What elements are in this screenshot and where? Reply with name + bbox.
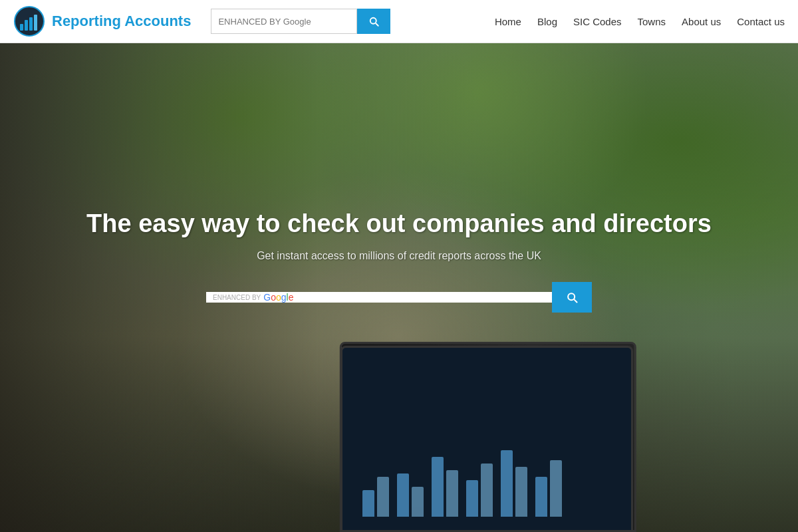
logo-link[interactable]: Reporting Accounts bbox=[13, 5, 191, 37]
nav-about-us[interactable]: About us bbox=[682, 16, 721, 27]
header: Reporting Accounts Home Blog SIC Codes T… bbox=[0, 0, 798, 43]
nav-towns[interactable]: Towns bbox=[638, 16, 666, 27]
hero-overlay: The easy way to check out companies and … bbox=[0, 43, 798, 532]
hero-search-container: ENHANCED BY Google bbox=[206, 282, 592, 313]
search-icon bbox=[565, 291, 579, 304]
svg-rect-1 bbox=[20, 24, 23, 31]
logo-text: Reporting Accounts bbox=[52, 13, 191, 30]
svg-rect-4 bbox=[34, 15, 37, 31]
hero-section: The easy way to check out companies and … bbox=[0, 43, 798, 532]
header-search-input[interactable] bbox=[211, 9, 357, 34]
svg-rect-2 bbox=[25, 20, 28, 31]
hero-subtitle: Get instant access to millions of credit… bbox=[257, 250, 541, 262]
hero-search-button[interactable] bbox=[552, 282, 592, 313]
header-search-button[interactable] bbox=[357, 9, 390, 34]
hero-search-input-wrapper: ENHANCED BY Google bbox=[206, 292, 552, 303]
search-icon bbox=[368, 15, 380, 27]
nav-blog[interactable]: Blog bbox=[537, 16, 557, 27]
nav-contact-us[interactable]: Contact us bbox=[737, 16, 785, 27]
enhanced-by-label: ENHANCED BY bbox=[213, 294, 261, 301]
nav-home[interactable]: Home bbox=[495, 16, 521, 27]
header-search-area bbox=[211, 9, 390, 34]
main-nav: Home Blog SIC Codes Towns About us Conta… bbox=[495, 16, 785, 27]
svg-rect-3 bbox=[29, 17, 33, 31]
logo-icon bbox=[13, 5, 45, 37]
nav-sic-codes[interactable]: SIC Codes bbox=[573, 16, 622, 27]
google-label: Google bbox=[263, 292, 293, 303]
hero-title: The easy way to check out companies and … bbox=[86, 209, 712, 238]
hero-search-input[interactable] bbox=[299, 292, 545, 303]
